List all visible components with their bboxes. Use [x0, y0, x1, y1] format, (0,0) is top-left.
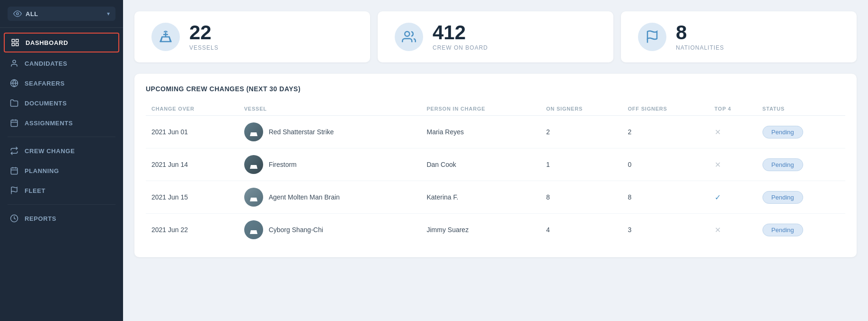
sidebar-item-documents[interactable]: DOCUMENTS	[0, 93, 123, 113]
sidebar-item-label: DOCUMENTS	[25, 100, 67, 107]
table-row[interactable]: 2021 Jun 14 Firestorm Dan Cook 1 0 ✕ Pen…	[146, 148, 845, 181]
cell-off-signers: 8	[622, 181, 709, 214]
table-row[interactable]: 2021 Jun 22 Cyborg Shang-Chi Jimmy Suare…	[146, 214, 845, 246]
cell-person: Maria Reyes	[421, 116, 540, 148]
vessel-thumb	[244, 122, 263, 141]
cell-off-signers: 0	[622, 148, 709, 181]
sidebar-item-candidates[interactable]: CANDIDATES	[0, 53, 123, 73]
crew-number: 412	[433, 23, 488, 43]
sidebar-item-planning[interactable]: PLANNING	[0, 161, 123, 181]
sidebar-item-label: PLANNING	[25, 167, 59, 174]
chevron-down-icon: ▾	[107, 10, 110, 17]
col-status: STATUS	[757, 102, 845, 116]
x-icon: ✕	[715, 161, 721, 169]
sidebar-header: ALL ▾	[0, 0, 123, 28]
vessels-number: 22	[189, 23, 219, 43]
sidebar-item-assignments[interactable]: ASSIGNMENTS	[0, 113, 123, 133]
vessel-name: Firestorm	[269, 161, 297, 168]
table-row[interactable]: 2021 Jun 01 Red Shatterstar Strike Maria…	[146, 116, 845, 148]
cell-vessel: Red Shatterstar Strike	[239, 116, 421, 148]
crew-changes-section: UPCOMING CREW CHANGES (NEXT 30 DAYS) CHA…	[134, 74, 857, 257]
table-row[interactable]: 2021 Jun 15 Agent Molten Man Brain Kater…	[146, 181, 845, 214]
all-label: ALL	[26, 10, 103, 17]
cell-change-over: 2021 Jun 14	[146, 148, 239, 181]
stats-row: 22 VESSELS 412 CREW ON BOARD	[134, 11, 857, 62]
all-selector[interactable]: ALL ▾	[8, 7, 115, 21]
eye-icon	[13, 9, 22, 18]
vessel-name: Red Shatterstar Strike	[269, 128, 334, 136]
cell-on-signers: 8	[540, 181, 622, 214]
vessel-thumb	[244, 155, 263, 174]
svg-rect-4	[12, 43, 14, 46]
cell-on-signers: 4	[540, 214, 622, 246]
sidebar-item-reports[interactable]: REPORTS	[0, 208, 123, 228]
fleet-icon	[9, 186, 19, 195]
cell-status: Pending	[757, 116, 845, 148]
vessel-thumb	[244, 220, 263, 239]
cell-change-over: 2021 Jun 01	[146, 116, 239, 148]
col-on-signers: ON SIGNERS	[540, 102, 622, 116]
sidebar-item-crew-change[interactable]: CREW CHANGE	[0, 141, 123, 161]
candidates-icon	[9, 59, 19, 68]
documents-icon	[9, 98, 19, 108]
dashboard-icon	[10, 38, 20, 47]
cell-vessel: Firestorm	[239, 148, 421, 181]
col-change-over: CHANGE OVER	[146, 102, 239, 116]
cell-off-signers: 3	[622, 214, 709, 246]
sidebar-item-label: DASHBOARD	[26, 39, 68, 46]
cell-on-signers: 1	[540, 148, 622, 181]
sidebar-item-dashboard[interactable]: DASHBOARD	[4, 33, 119, 52]
status-badge[interactable]: Pending	[762, 224, 803, 236]
x-icon: ✕	[715, 226, 721, 234]
cell-top4: ✕	[709, 116, 757, 148]
cell-top4: ✓	[709, 181, 757, 214]
status-badge[interactable]: Pending	[762, 126, 803, 139]
cell-status: Pending	[757, 214, 845, 246]
cell-person: Dan Cook	[421, 148, 540, 181]
cell-off-signers: 2	[622, 116, 709, 148]
cell-vessel: Agent Molten Man Brain	[239, 181, 421, 214]
cell-top4: ✕	[709, 214, 757, 246]
assignments-icon	[9, 118, 19, 128]
svg-point-0	[17, 13, 19, 15]
planning-icon	[9, 166, 19, 175]
sidebar-item-label: CANDIDATES	[25, 60, 67, 67]
svg-rect-2	[16, 39, 18, 42]
crew-info: 412 CREW ON BOARD	[433, 23, 488, 51]
cell-on-signers: 2	[540, 116, 622, 148]
sidebar-item-label: CREW CHANGE	[25, 147, 75, 155]
col-off-signers: OFF SIGNERS	[622, 102, 709, 116]
cell-person: Katerina F.	[421, 181, 540, 214]
table-title: UPCOMING CREW CHANGES (NEXT 30 DAYS)	[146, 85, 845, 93]
sidebar-item-fleet[interactable]: FLEET	[0, 181, 123, 200]
cell-status: Pending	[757, 148, 845, 181]
vessel-name: Agent Molten Man Brain	[269, 193, 340, 201]
status-badge[interactable]: Pending	[762, 158, 803, 171]
stat-card-nationalities: 8 NATIONALITIES	[621, 11, 857, 62]
nav-divider-2	[8, 204, 115, 205]
crew-change-icon	[9, 146, 19, 156]
sidebar-item-seafarers[interactable]: SEAFARERS	[0, 73, 123, 93]
crew-icon-circle	[395, 23, 423, 51]
sidebar-item-label: FLEET	[25, 187, 45, 194]
nav-divider	[8, 137, 115, 137]
cell-change-over: 2021 Jun 22	[146, 214, 239, 246]
status-badge[interactable]: Pending	[762, 191, 803, 204]
main-content: 22 VESSELS 412 CREW ON BOARD	[123, 0, 868, 321]
sidebar-item-label: ASSIGNMENTS	[25, 120, 73, 127]
cell-change-over: 2021 Jun 15	[146, 181, 239, 214]
stat-card-vessels: 22 VESSELS	[134, 11, 370, 62]
crew-changes-table: CHANGE OVER VESSEL PERSON IN CHARGE ON S…	[146, 102, 845, 246]
nationalities-label: NATIONALITIES	[676, 44, 724, 51]
svg-rect-3	[16, 43, 18, 46]
cell-status: Pending	[757, 181, 845, 214]
sidebar-item-label: SEAFARERS	[25, 80, 65, 87]
vessels-info: 22 VESSELS	[189, 23, 219, 51]
vessels-icon-circle	[151, 23, 180, 51]
vessels-label: VESSELS	[189, 44, 219, 51]
cell-top4: ✕	[709, 148, 757, 181]
x-icon: ✕	[715, 128, 721, 136]
crew-label: CREW ON BOARD	[433, 44, 488, 51]
vessel-thumb	[244, 188, 263, 207]
sidebar-nav: DASHBOARD CANDIDATES SEAFARERS	[0, 28, 123, 321]
